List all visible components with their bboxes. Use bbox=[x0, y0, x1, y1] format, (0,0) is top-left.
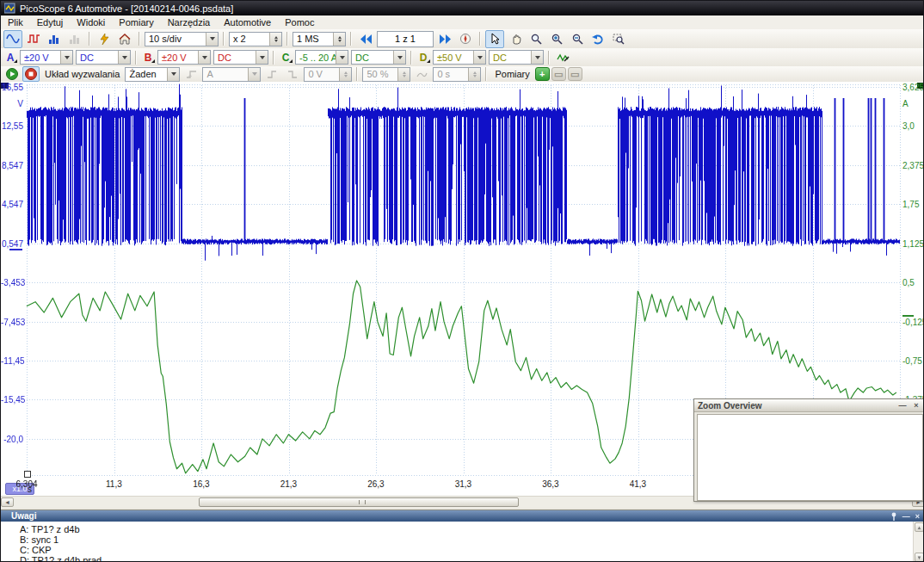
trigger-source-select[interactable]: A bbox=[202, 67, 261, 82]
left-axis-unit: V bbox=[1, 99, 23, 108]
zoom-in-tool[interactable] bbox=[547, 30, 566, 48]
menu-item-pomoc[interactable]: Pomoc bbox=[278, 15, 321, 29]
compass-icon bbox=[459, 33, 471, 45]
zoom-overview-header[interactable]: Zoom Overview — × bbox=[694, 399, 924, 412]
close-icon[interactable]: × bbox=[915, 511, 920, 522]
notes-vertical-scrollbar[interactable]: ▲ ▼ bbox=[913, 522, 924, 562]
trigger-mode-select[interactable]: Żaden bbox=[125, 67, 180, 82]
timebase-select[interactable]: 10 s/div bbox=[145, 32, 219, 46]
square-wave-icon bbox=[27, 34, 40, 44]
home-button[interactable] bbox=[115, 30, 134, 48]
hand-pan-tool[interactable] bbox=[506, 30, 525, 48]
scrollbar-thumb[interactable] bbox=[199, 497, 519, 507]
menu-item-narzdzia[interactable]: Narzędzia bbox=[161, 15, 218, 29]
zoom-factor-value: x 2 bbox=[230, 34, 269, 44]
title-bar[interactable]: PicoScope 6 Automotive - [20140214-0046.… bbox=[1, 1, 923, 15]
trigger-label: Układ wyzwalania bbox=[41, 69, 123, 79]
persistence-view-button[interactable] bbox=[24, 30, 43, 48]
menu-item-plik[interactable]: Plik bbox=[1, 15, 30, 29]
trigger-level-stepper[interactable]: 0 V bbox=[304, 67, 352, 82]
prev-buffer-button[interactable] bbox=[356, 30, 375, 48]
advanced-trigger-button[interactable] bbox=[182, 65, 200, 83]
channel-c-coupling-select[interactable]: DC bbox=[351, 50, 406, 65]
scope-view-button[interactable] bbox=[3, 30, 22, 48]
left-axis-label: 4,547 bbox=[1, 200, 23, 209]
zoom-factor-stepper[interactable]: x 2 bbox=[229, 32, 282, 46]
menu-corner-icon bbox=[427, 59, 430, 63]
trigger-delay-button[interactable] bbox=[412, 65, 431, 83]
channel-b-range-select[interactable]: ±20 V bbox=[157, 50, 211, 65]
pin-icon[interactable] bbox=[890, 512, 897, 521]
channel-b-coupling-select[interactable]: DC bbox=[213, 50, 268, 65]
zoom-tool[interactable] bbox=[527, 30, 545, 48]
chevron-down-icon bbox=[60, 51, 72, 64]
menu-item-widoki[interactable]: Widoki bbox=[70, 15, 112, 29]
stop-capture-button[interactable] bbox=[22, 66, 40, 82]
next-buffer-button[interactable] bbox=[435, 30, 454, 48]
buffer-indicator[interactable]: 1 z 1 bbox=[377, 31, 434, 47]
scroll-down-button[interactable]: ▼ bbox=[915, 553, 924, 562]
scroll-up-button[interactable]: ▲ bbox=[915, 522, 924, 532]
channel-c-range-select[interactable]: -5 .. 20 A bbox=[295, 50, 348, 65]
rising-edge-button[interactable] bbox=[262, 65, 281, 83]
undo-zoom-button[interactable] bbox=[588, 30, 607, 48]
hand-icon bbox=[510, 33, 521, 45]
spectrum-view-button[interactable] bbox=[45, 30, 64, 48]
x-axis-label: 26,3 bbox=[367, 479, 384, 489]
coupling-value: DC bbox=[214, 52, 256, 63]
channel-a-coupling-select[interactable]: DC bbox=[76, 50, 131, 65]
channel-d-button[interactable]: D bbox=[416, 52, 430, 64]
separator bbox=[135, 51, 137, 65]
edit-measurement-button[interactable]: ▭ bbox=[551, 67, 566, 81]
minimize-icon[interactable]: — bbox=[896, 401, 909, 411]
separator bbox=[479, 32, 481, 46]
normal-selection-tool[interactable] bbox=[485, 30, 504, 48]
sample-count-stepper[interactable]: 1 MS bbox=[293, 32, 346, 46]
note-line: D: TP1? z d4b prąd bbox=[20, 555, 913, 562]
channel-d-group: D±50 VDC bbox=[416, 50, 544, 65]
stepper-arrows-icon bbox=[397, 68, 410, 81]
menu-item-pomiary[interactable]: Pomiary bbox=[112, 15, 160, 29]
marquee-zoom-tool[interactable] bbox=[609, 30, 628, 48]
magnifier-plus-icon bbox=[551, 34, 563, 45]
scroll-left-button[interactable]: ◄ bbox=[1, 497, 14, 507]
trigger-source-value: A bbox=[203, 69, 248, 79]
zoom-out-tool[interactable] bbox=[568, 30, 587, 48]
menu-item-edytuj[interactable]: Edytuj bbox=[30, 15, 71, 29]
minimize-icon[interactable]: — bbox=[902, 511, 910, 522]
trigger-edge-icon bbox=[186, 70, 197, 79]
pretrigger-stepper[interactable]: 50 % bbox=[362, 67, 410, 82]
chevron-down-icon bbox=[473, 51, 485, 64]
channel-b-button[interactable]: B bbox=[141, 52, 155, 64]
time-ruler-handle[interactable] bbox=[24, 471, 31, 478]
channel-c-button[interactable]: C bbox=[279, 52, 293, 64]
channel-a-range-select[interactable]: ±20 V bbox=[20, 50, 73, 65]
close-icon[interactable]: × bbox=[910, 401, 922, 411]
connect-device-button[interactable] bbox=[95, 30, 114, 48]
separator bbox=[89, 32, 90, 46]
separator bbox=[485, 67, 487, 81]
start-capture-button[interactable] bbox=[3, 66, 21, 82]
custom-probes-button[interactable] bbox=[554, 48, 573, 66]
menu-item-automotive[interactable]: Automotive bbox=[217, 15, 278, 29]
right-axis-label: -0,125 bbox=[902, 317, 924, 326]
zoom-overview-canvas[interactable] bbox=[697, 414, 923, 501]
notes-header[interactable]: Uwagi — × bbox=[1, 510, 924, 522]
menu-bar: PlikEdytujWidokiPomiaryNarzędziaAutomoti… bbox=[1, 15, 923, 30]
channel-d-coupling-select[interactable]: DC bbox=[489, 50, 544, 65]
separator bbox=[139, 32, 140, 46]
histogram-view-button[interactable] bbox=[65, 30, 84, 48]
right-axis-label: 0,5 bbox=[902, 278, 915, 287]
cursor-arrow-icon bbox=[490, 33, 500, 45]
timebase-value: 10 s/div bbox=[145, 34, 206, 44]
falling-edge-button[interactable] bbox=[283, 65, 302, 83]
notes-content[interactable]: A: TP1? z d4bB: sync 1C: CKPD: TP1? z d4… bbox=[1, 522, 913, 562]
buffer-navigator-button[interactable] bbox=[456, 30, 475, 48]
trigger-delay-stepper[interactable]: 0 s bbox=[433, 67, 481, 82]
add-measurement-button[interactable]: + bbox=[535, 67, 550, 81]
delete-measurement-button[interactable]: ▭ bbox=[568, 67, 582, 81]
separator bbox=[356, 67, 358, 81]
channel-a-button[interactable]: A bbox=[3, 52, 17, 64]
left-axis-label: 12,55 bbox=[1, 121, 23, 131]
channel-d-range-select[interactable]: ±50 V bbox=[433, 50, 486, 65]
